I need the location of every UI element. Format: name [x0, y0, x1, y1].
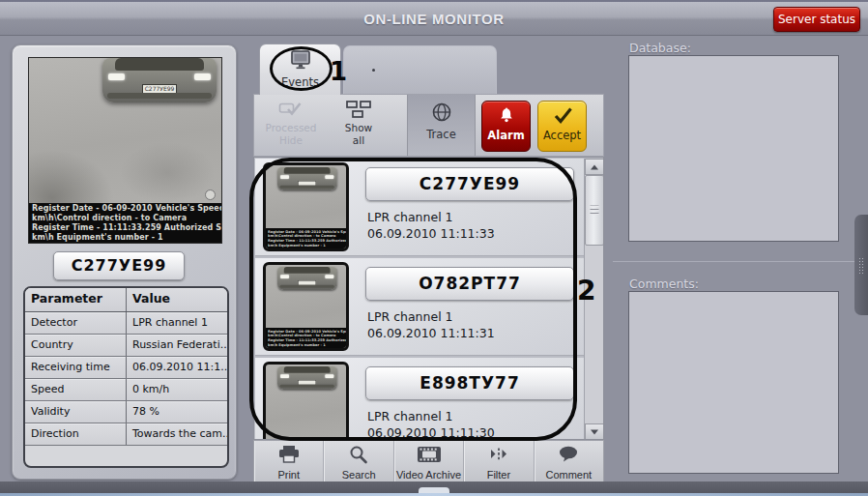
bottom-strip: [0, 481, 868, 496]
comment-button[interactable]: Comment: [535, 441, 603, 481]
car-graphic: С277УЕ99: [102, 58, 217, 102]
arrow-down-icon: [591, 429, 598, 434]
print-button[interactable]: Print: [254, 441, 324, 481]
comment-bubble-icon: [558, 450, 579, 468]
event-timestamp: 06.09.2010 11:11:30: [367, 425, 495, 440]
alarm-button[interactable]: Alarm: [481, 101, 531, 152]
table-row: Detector LPR channel 1: [25, 312, 227, 335]
table-row: Country Russian Federati...: [25, 335, 227, 357]
monitor-icon: [260, 50, 340, 73]
event-channel: LPR channel 1: [367, 210, 453, 224]
event-channel: LPR channel 1: [367, 409, 453, 423]
video-archive-button[interactable]: Video Archive: [394, 441, 464, 481]
side-divider: [613, 261, 854, 262]
grip-dots-icon: [858, 257, 865, 275]
globe-icon: [431, 108, 452, 127]
parameters-table: Parameter Value Detector LPR channel 1 C…: [23, 286, 229, 468]
event-row[interactable]: Register Date - 06-09-2010 Vehicle's Spe…: [255, 159, 584, 256]
param-cell: Speed: [25, 379, 127, 400]
photo-metadata-overlay: Register Date - 06-09-2010 Vehicle's Spe…: [29, 203, 221, 243]
comments-label: Comments:: [629, 277, 699, 291]
search-button[interactable]: Search: [324, 441, 393, 481]
alarm-label: Alarm: [482, 130, 530, 142]
scroll-up-button[interactable]: [585, 159, 604, 175]
filter-button[interactable]: Filter: [464, 441, 534, 481]
tab-events-label: Events: [260, 75, 340, 89]
check-icon: [551, 110, 574, 129]
processed-label-line1: Processed: [260, 122, 322, 134]
event-thumbnail: Register Date - 06-09-2010 Vehicle's Spe…: [263, 162, 349, 251]
overlay-line: Register Time - 11:11:33.259 Authorized …: [32, 223, 218, 233]
accept-button[interactable]: Accept: [537, 101, 587, 152]
events-list: Register Date - 06-09-2010 Vehicle's Spe…: [253, 157, 604, 440]
events-scrollbar[interactable]: [584, 159, 604, 440]
scroll-down-button[interactable]: [585, 423, 604, 440]
show-all-label-line1: Show: [328, 122, 390, 134]
processed-hide-button[interactable]: Processed Hide: [260, 101, 322, 155]
table-row: Speed 0 km/h: [25, 379, 227, 401]
online-monitor-window: ON-LINE MONITOR Server status С277УЕ99 R…: [0, 0, 868, 496]
value-cell: 78 %: [127, 401, 227, 423]
table-row: Receiving time 06.09.2010 11:1...: [25, 357, 227, 379]
search-icon: [348, 450, 369, 468]
photo-zoom-icon[interactable]: [205, 190, 216, 200]
panel-collapse-handle[interactable]: [854, 215, 868, 315]
table-row: Direction Towards the cam...: [25, 423, 227, 446]
event-timestamp: 06.09.2010 11:11:31: [367, 326, 495, 340]
recognized-plate-number: С277УЕ99: [53, 251, 185, 280]
printer-icon: [277, 450, 301, 468]
car-headlight-right: [194, 73, 211, 80]
title-bar: ON-LINE MONITOR Server status: [0, 0, 868, 36]
value-cell: Russian Federati...: [127, 335, 227, 356]
tab-dot: [372, 69, 375, 72]
arrow-up-icon: [591, 164, 598, 169]
tab-secondary[interactable]: [343, 45, 497, 95]
window-title: ON-LINE MONITOR: [0, 11, 868, 27]
tab-events[interactable]: Events: [259, 44, 341, 95]
actions-toolbar: Print Search: [253, 440, 604, 482]
vehicle-photo[interactable]: С277УЕ99 Register Date - 06-09-2010 Vehi…: [28, 57, 222, 244]
event-row[interactable]: Register Date - 06-09-2010 Vehicle's Spe…: [255, 258, 584, 356]
event-timestamp: 06.09.2010 11:11:33: [367, 226, 495, 241]
value-cell: 0 km/h: [127, 379, 227, 400]
overlay-line: Register Date - 06-09-2010 Vehicle's Spe…: [32, 204, 218, 214]
video-archive-label: Video Archive: [394, 469, 463, 481]
trace-label: Trace: [408, 129, 475, 141]
event-plate-number: Е898ТУ77: [365, 366, 574, 400]
param-cell: Detector: [25, 312, 127, 334]
param-cell: Validity: [25, 401, 127, 423]
processed-check-icon: [278, 103, 304, 122]
overlay-line: km\h Equipment's number - 1: [32, 233, 218, 243]
thumbnail-metadata-overlay: Register Date - 06-09-2010 Vehicle's Spe…: [266, 228, 346, 248]
search-label: Search: [324, 469, 392, 481]
column-header-value: Value: [127, 288, 227, 311]
bell-icon: [498, 109, 515, 128]
param-cell: Country: [25, 335, 127, 356]
table-header-row: Parameter Value: [25, 288, 227, 312]
filter-label: Filter: [464, 469, 533, 481]
event-plate-number: С277УЕ99: [365, 167, 574, 201]
trace-button[interactable]: Trace: [407, 95, 476, 156]
processed-label-line2: Hide: [260, 134, 322, 147]
param-cell: Direction: [25, 423, 127, 445]
comment-label: Comment: [535, 469, 603, 481]
value-cell: LPR channel 1: [127, 312, 227, 334]
param-cell: Receiving time: [25, 357, 127, 378]
film-icon: [417, 450, 442, 468]
column-header-parameter: Parameter: [25, 288, 127, 311]
event-row[interactable]: Е898ТУ77 LPR channel 1 06.09.2010 11:11:…: [255, 358, 584, 440]
print-label: Print: [254, 469, 323, 481]
filter-icon: [487, 450, 510, 468]
accept-label: Accept: [538, 130, 586, 142]
value-cell: 06.09.2010 11:1...: [127, 357, 227, 378]
server-status-button[interactable]: Server status: [773, 7, 860, 32]
thumbnail-metadata-overlay: Register Date - 06-09-2010 Vehicle's Spe…: [266, 328, 346, 348]
vehicle-photo-image: С277УЕ99: [29, 58, 221, 205]
database-label: Database:: [629, 41, 691, 55]
show-all-button[interactable]: Show all: [328, 101, 390, 155]
comments-box[interactable]: [628, 291, 839, 474]
scrollbar-thumb[interactable]: [585, 175, 604, 246]
value-cell: Towards the cam...: [127, 423, 227, 445]
car-headlight-left: [108, 73, 125, 80]
database-list-box[interactable]: [628, 55, 839, 242]
